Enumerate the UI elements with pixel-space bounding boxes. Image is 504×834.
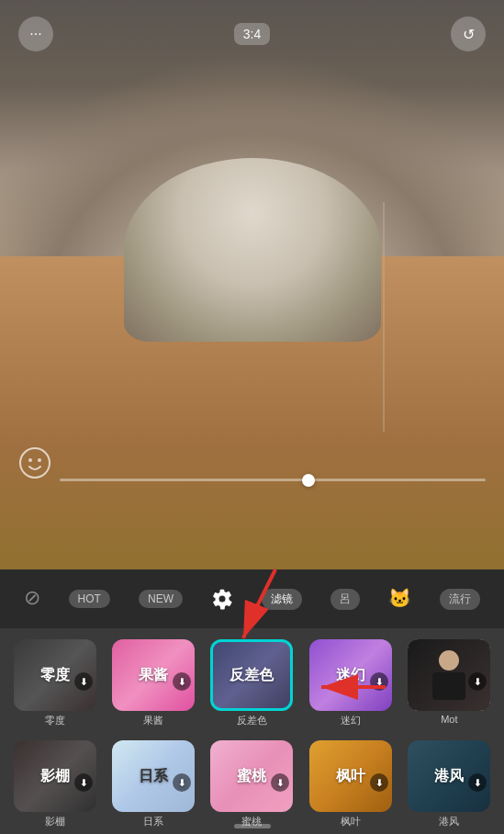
vertical-line xyxy=(383,202,385,432)
bottom-handle xyxy=(234,824,271,828)
download-badge-8: ⬇ xyxy=(271,773,289,792)
refresh-icon: ↺ xyxy=(463,26,475,43)
filter-label: 滤镜 xyxy=(262,589,302,610)
download-badge-2: ⬇ xyxy=(173,672,191,691)
filter-thumb-gangfeng: 港风 ⬇ xyxy=(408,740,490,812)
tab-lv[interactable]: 呂 xyxy=(323,585,367,614)
filter-label-mot: Mot xyxy=(441,714,457,725)
top-controls: ··· 3:4 ↺ xyxy=(0,0,504,68)
filter-item-fengye[interactable]: 枫叶 ⬇ 枫叶 xyxy=(305,740,396,834)
filter-thumb-mhuan: 迷幻 ⬇ xyxy=(309,639,392,711)
filter-item-guojiang[interactable]: 果酱 ⬇ 果酱 xyxy=(107,639,198,733)
download-badge-6: ⬇ xyxy=(74,773,93,792)
download-badge-9: ⬇ xyxy=(370,773,388,792)
filter-label-gangfeng: 港风 xyxy=(439,815,459,828)
cat-icon: 🐱 xyxy=(388,587,411,609)
tab-new[interactable]: NEW xyxy=(131,586,190,612)
download-badge: ⬇ xyxy=(74,672,93,691)
filter-label-mhuan: 迷幻 xyxy=(341,714,361,727)
tab-cat[interactable]: 🐱 xyxy=(381,583,419,614)
svg-point-1 xyxy=(28,458,32,462)
filter-item-mitao[interactable]: 蜜桃 ⬇ 蜜桃 xyxy=(207,740,297,834)
filter-grid: 零度 ⬇ 零度 果酱 ⬇ 果酱 反差色 反差色 迷幻 ⬇ 迷幻 xyxy=(0,628,504,834)
ratio-badge[interactable]: 3:4 xyxy=(234,23,270,45)
slider-thumb[interactable] xyxy=(302,474,315,487)
brightness-slider[interactable] xyxy=(60,479,486,482)
filter-label-rixi: 日系 xyxy=(143,815,163,828)
camera-viewfinder: ··· 3:4 ↺ xyxy=(0,0,504,569)
filter-label-yingpeng: 影棚 xyxy=(45,815,65,828)
filter-item-gangfeng[interactable]: 港风 ⬇ 港风 xyxy=(404,740,495,834)
download-badge-4: ⬇ xyxy=(370,672,388,691)
filter-thumb-mot: ⬇ xyxy=(408,639,490,711)
tab-hot[interactable]: HOT xyxy=(62,586,118,612)
filter-thumb-fanchase: 反差色 xyxy=(210,639,293,711)
gear-icon xyxy=(211,588,233,610)
new-label: NEW xyxy=(139,590,183,608)
filter-thumb-guojiang: 果酱 ⬇ xyxy=(112,639,195,711)
filter-thumb-lingdu: 零度 ⬇ xyxy=(14,639,96,711)
filter-item-rixi[interactable]: 日系 ⬇ 日系 xyxy=(107,740,198,834)
flip-camera-button[interactable]: ↺ xyxy=(451,17,486,51)
filter-item-yingpeng[interactable]: 影棚 ⬇ 影棚 xyxy=(9,740,100,834)
filter-thumb-rixi: 日系 ⬇ xyxy=(112,740,195,812)
filter-item-mhuan[interactable]: 迷幻 ⬇ 迷幻 xyxy=(305,639,396,733)
lv-label: 呂 xyxy=(330,589,360,610)
download-badge-7: ⬇ xyxy=(173,773,191,792)
filter-thumb-mitao: 蜜桃 ⬇ xyxy=(210,740,293,812)
filter-label-fengye: 枫叶 xyxy=(341,815,361,828)
filter-thumb-fengye: 枫叶 ⬇ xyxy=(309,740,392,812)
tab-none[interactable]: ⊘ xyxy=(17,582,48,615)
menu-button[interactable]: ··· xyxy=(18,17,53,51)
svg-point-2 xyxy=(38,458,41,462)
slider-track xyxy=(60,479,486,481)
tab-filter[interactable]: 滤镜 xyxy=(254,585,309,614)
filter-item-lingdu[interactable]: 零度 ⬇ 零度 xyxy=(9,639,100,733)
menu-icon: ··· xyxy=(29,26,41,42)
filter-item-mot[interactable]: ⬇ Mot xyxy=(404,639,495,733)
popular-label: 流行 xyxy=(440,589,480,610)
camera-bg xyxy=(0,0,504,569)
filter-thumb-yingpeng: 影棚 ⬇ xyxy=(14,740,96,812)
smile-icon[interactable] xyxy=(18,446,51,487)
filter-tabs-bar: ⊘ HOT NEW 滤镜 呂 🐱 流行 xyxy=(0,569,504,628)
none-icon: ⊘ xyxy=(24,586,40,610)
tab-gear[interactable] xyxy=(204,584,241,614)
filter-label-fanchase: 反差色 xyxy=(237,714,267,727)
hot-label: HOT xyxy=(69,590,110,608)
filter-label-guojiang: 果酱 xyxy=(143,714,163,727)
tab-popular[interactable]: 流行 xyxy=(432,585,487,614)
filter-item-fanchase[interactable]: 反差色 反差色 xyxy=(207,639,297,733)
download-badge-10: ⬇ xyxy=(468,773,487,792)
filter-label-lingdu: 零度 xyxy=(45,714,65,727)
svg-point-0 xyxy=(20,448,50,478)
